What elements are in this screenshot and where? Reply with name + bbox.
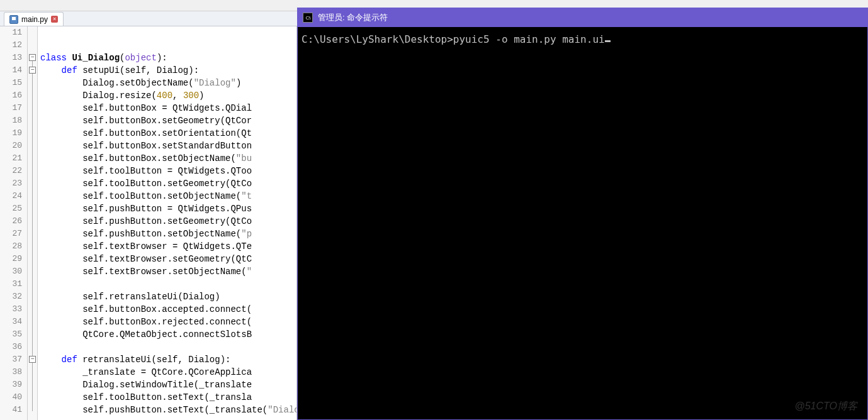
line-number: 18 xyxy=(0,116,27,128)
code-line: self.textBrowser.setObjectName(" xyxy=(40,267,296,279)
cursor-icon xyxy=(605,40,611,42)
line-number: 40 xyxy=(0,392,27,405)
code-editor[interactable]: 1112131415161718192021222324252627282930… xyxy=(0,26,297,420)
code-line: self.buttonBox.accepted.connect( xyxy=(40,304,296,317)
line-number: 26 xyxy=(0,216,27,229)
tab-label: main.py xyxy=(21,15,48,24)
terminal-body[interactable]: C:\Users\LyShark\Desktop>pyuic5 -o main.… xyxy=(298,27,867,52)
line-number: 17 xyxy=(0,103,27,116)
code-area[interactable]: class Ui_Dialog(object): def setupUi(sel… xyxy=(38,26,296,420)
code-line: self.pushButton.setText(_translate("Dial… xyxy=(40,405,296,417)
line-number: 25 xyxy=(0,204,27,216)
line-number: 34 xyxy=(0,317,27,329)
file-icon xyxy=(9,15,18,24)
code-line xyxy=(40,279,296,292)
line-number: 15 xyxy=(0,78,27,91)
code-line xyxy=(40,342,296,355)
line-number: 12 xyxy=(0,40,27,53)
toolbar-icon[interactable] xyxy=(4,1,13,10)
code-line: self.toolButton.setGeometry(QtCo xyxy=(40,179,296,191)
line-number: 16 xyxy=(0,91,27,103)
line-number: 11 xyxy=(0,28,27,40)
close-icon[interactable]: × xyxy=(51,16,58,23)
line-number: 22 xyxy=(0,166,27,179)
line-number: 32 xyxy=(0,292,27,304)
line-number: 21 xyxy=(0,153,27,166)
code-line: self.textBrowser.setGeometry(QtC xyxy=(40,254,296,267)
line-number: 23 xyxy=(0,179,27,191)
fold-toggle[interactable]: − xyxy=(29,54,36,61)
fold-column: −−− xyxy=(28,26,38,420)
line-number: 28 xyxy=(0,241,27,254)
code-line: QtCore.QMetaObject.connectSlotsB xyxy=(40,329,296,342)
code-line: _translate = QtCore.QCoreApplica xyxy=(40,367,296,380)
code-line: self.buttonBox.setGeometry(QtCor xyxy=(40,116,296,128)
line-number: 37 xyxy=(0,355,27,367)
code-line: self.toolButton.setText(_transla xyxy=(40,392,296,405)
line-number: 14 xyxy=(0,65,27,78)
line-number: 19 xyxy=(0,128,27,141)
line-gutter: 1112131415161718192021222324252627282930… xyxy=(0,26,28,420)
tab-main-py[interactable]: main.py × xyxy=(4,12,64,26)
code-line: self.buttonBox.setObjectName("bu xyxy=(40,153,296,166)
code-line: self.buttonBox.rejected.connect( xyxy=(40,317,296,329)
line-number: 39 xyxy=(0,380,27,392)
line-number: 29 xyxy=(0,254,27,267)
code-line xyxy=(40,40,296,53)
fold-toggle[interactable]: − xyxy=(29,356,36,363)
line-number: 36 xyxy=(0,342,27,355)
code-line: self.buttonBox.setOrientation(Qt xyxy=(40,128,296,141)
code-line: self.toolButton = QtWidgets.QToo xyxy=(40,166,296,179)
line-number: 41 xyxy=(0,405,27,417)
code-line: Dialog.resize(400, 300) xyxy=(40,91,296,103)
terminal-line: C:\Users\LyShark\Desktop>pyuic5 -o main.… xyxy=(302,33,864,45)
code-line: self.pushButton.setObjectName("p xyxy=(40,229,296,241)
code-line: def setupUi(self, Dialog): xyxy=(40,65,296,78)
watermark: @51CTO博客 xyxy=(794,400,857,413)
fold-toggle[interactable]: − xyxy=(29,67,36,74)
line-number: 27 xyxy=(0,229,27,241)
code-line: self.toolButton.setObjectName("t xyxy=(40,191,296,204)
code-line: self.retranslateUi(Dialog) xyxy=(40,292,296,304)
terminal-titlebar[interactable]: C:\ 管理员: 命令提示符 xyxy=(298,8,867,27)
cmd-icon: C:\ xyxy=(303,13,313,23)
line-number: 24 xyxy=(0,191,27,204)
code-line: self.buttonBox = QtWidgets.QDial xyxy=(40,103,296,116)
code-line: self.pushButton = QtWidgets.QPus xyxy=(40,204,296,216)
line-number: 35 xyxy=(0,329,27,342)
code-line: Dialog.setWindowTitle(_translate xyxy=(40,380,296,392)
terminal-window[interactable]: C:\ 管理员: 命令提示符 C:\Users\LyShark\Desktop>… xyxy=(297,8,868,420)
line-number: 33 xyxy=(0,304,27,317)
terminal-title: 管理员: 命令提示符 xyxy=(318,12,388,23)
line-number: 20 xyxy=(0,141,27,153)
line-number: 30 xyxy=(0,267,27,279)
line-number: 31 xyxy=(0,279,27,292)
code-line: class Ui_Dialog(object): xyxy=(40,53,296,65)
code-line: self.pushButton.setGeometry(QtCo xyxy=(40,216,296,229)
code-line: self.textBrowser = QtWidgets.QTe xyxy=(40,241,296,254)
line-number: 38 xyxy=(0,367,27,380)
code-line xyxy=(40,28,296,40)
line-number: 13 xyxy=(0,53,27,65)
code-line: Dialog.setObjectName("Dialog") xyxy=(40,78,296,91)
code-line: def retranslateUi(self, Dialog): xyxy=(40,355,296,367)
code-line: self.buttonBox.setStandardButton xyxy=(40,141,296,153)
